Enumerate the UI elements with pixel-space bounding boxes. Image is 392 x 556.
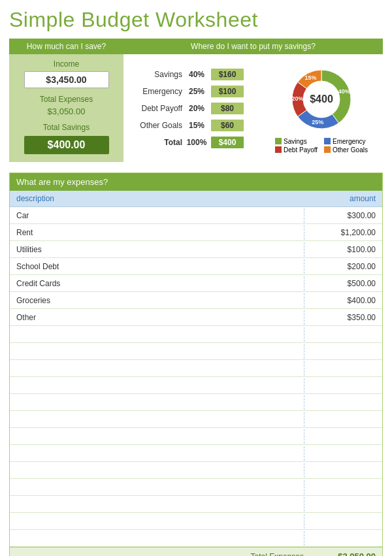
expense-amount: $100.00: [304, 242, 382, 257]
col-amount-header: amount: [304, 191, 382, 206]
total-savings-box: $400.00: [24, 136, 109, 154]
svg-text:15%: 15%: [304, 74, 316, 80]
expense-row-empty: [10, 394, 382, 411]
savings-row: Savings 40% $160: [130, 67, 263, 82]
expense-row-empty: [10, 343, 382, 360]
expense-desc: Other: [10, 310, 304, 325]
income-label: Income: [54, 59, 79, 69]
savings-pct: 100%: [185, 138, 208, 147]
donut-center-label: $400: [310, 93, 333, 105]
expense-desc: Rent: [10, 225, 304, 240]
expense-row-empty: [10, 360, 382, 377]
savings-table: Savings 40% $160 Emergency 25% $100 Debt…: [130, 59, 263, 157]
svg-text:40%: 40%: [338, 88, 350, 95]
expenses-footer: Total Expenses $3,050.00: [10, 547, 382, 556]
expense-amount: $350.00: [304, 310, 382, 325]
savings-amount: $400: [211, 137, 244, 148]
expense-row: Car $300.00: [10, 207, 382, 224]
expense-row-empty: [10, 496, 382, 513]
legend-label: Emergency: [333, 138, 366, 145]
expense-row-empty: [10, 326, 382, 343]
expense-rows: Car $300.00 Rent $1,200.00 Utilities $10…: [10, 207, 382, 547]
expense-amount-empty: [304, 446, 382, 461]
expense-amount-empty: [304, 361, 382, 376]
right-panel: Savings 40% $160 Emergency 25% $100 Debt…: [123, 54, 383, 162]
expense-amount-empty: [304, 429, 382, 444]
expense-amount-empty: [304, 531, 382, 546]
expense-row-empty: [10, 428, 382, 445]
expense-amount-empty: [304, 378, 382, 393]
savings-amount: $160: [211, 69, 244, 80]
top-body: Income $3,450.00 Total Expenses $3,050.0…: [9, 54, 383, 162]
top-section: How much can I save? Where do I want to …: [9, 39, 383, 162]
total-expenses-label: Total Expenses: [40, 95, 93, 104]
chart-legend: Savings Emergency Debt Payoff Other Goal…: [275, 138, 368, 154]
header-right: Where do I want to put my savings?: [123, 39, 383, 54]
expense-amount-empty: [304, 480, 382, 495]
expense-amount-empty: [304, 412, 382, 427]
expense-amount-empty: [304, 514, 382, 529]
legend-swatch: [324, 138, 331, 144]
expense-desc-empty: [10, 514, 304, 529]
expense-desc-empty: [10, 463, 304, 478]
expense-amount: $400.00: [304, 293, 382, 308]
svg-text:25%: 25%: [312, 119, 323, 125]
expense-row: Groceries $400.00: [10, 292, 382, 309]
donut-chart: 40%25%20%15% $400: [286, 63, 357, 135]
savings-pct: 15%: [185, 121, 208, 130]
expense-amount: $200.00: [304, 259, 382, 274]
expense-desc-empty: [10, 497, 304, 512]
expense-desc-empty: [10, 429, 304, 444]
legend-label: Debt Payoff: [284, 146, 318, 154]
expense-desc-empty: [10, 378, 304, 393]
expense-desc-empty: [10, 361, 304, 376]
left-panel: Income $3,450.00 Total Expenses $3,050.0…: [9, 54, 123, 162]
savings-label: Total: [130, 138, 182, 147]
savings-pct: 20%: [185, 104, 208, 113]
expense-desc: Credit Cards: [10, 276, 304, 291]
savings-amount: $80: [211, 103, 244, 114]
savings-row: Debt Payoff 20% $80: [130, 101, 263, 116]
expense-desc: School Debt: [10, 259, 304, 274]
savings-amount: $60: [211, 120, 244, 131]
savings-amount: $100: [211, 86, 244, 97]
expense-desc-empty: [10, 446, 304, 461]
expense-row: Other $350.00: [10, 309, 382, 326]
savings-pct: 25%: [185, 87, 208, 96]
expense-desc: Car: [10, 208, 304, 223]
income-input[interactable]: $3,450.00: [24, 71, 109, 88]
expense-row-empty: [10, 530, 382, 547]
expense-row: School Debt $200.00: [10, 258, 382, 275]
expense-row: Utilities $100.00: [10, 241, 382, 258]
page: Simple Budget Worksheet How much can I s…: [0, 0, 392, 556]
legend-item: Emergency: [324, 138, 368, 145]
expense-amount-empty: [304, 463, 382, 478]
savings-label: Emergency: [130, 87, 182, 96]
expense-desc-empty: [10, 531, 304, 546]
col-desc-header: description: [10, 191, 304, 206]
expense-amount-empty: [304, 395, 382, 410]
expense-row-empty: [10, 479, 382, 496]
expense-amount: $1,200.00: [304, 225, 382, 240]
expenses-header: What are my expenses?: [10, 173, 382, 191]
legend-item: Other Goals: [324, 146, 368, 154]
savings-row: Emergency 25% $100: [130, 84, 263, 99]
savings-label: Savings: [130, 70, 182, 79]
legend-swatch: [324, 146, 331, 153]
legend-label: Other Goals: [333, 146, 368, 154]
total-savings-label: Total Savings: [43, 123, 90, 132]
savings-label: Debt Payoff: [130, 104, 182, 113]
expense-desc-empty: [10, 344, 304, 359]
expense-row-empty: [10, 377, 382, 394]
expense-desc: Groceries: [10, 293, 304, 308]
expense-desc-empty: [10, 480, 304, 495]
top-header: How much can I save? Where do I want to …: [9, 39, 383, 54]
legend-label: Savings: [284, 138, 307, 145]
expense-desc-empty: [10, 395, 304, 410]
expense-desc: Utilities: [10, 242, 304, 257]
expense-row-empty: [10, 462, 382, 479]
chart-area: 40%25%20%15% $400 Savings Emergency Debt…: [263, 59, 380, 157]
expense-desc-empty: [10, 412, 304, 427]
expense-amount: $500.00: [304, 276, 382, 291]
footer-value: $3,050.00: [310, 551, 376, 556]
